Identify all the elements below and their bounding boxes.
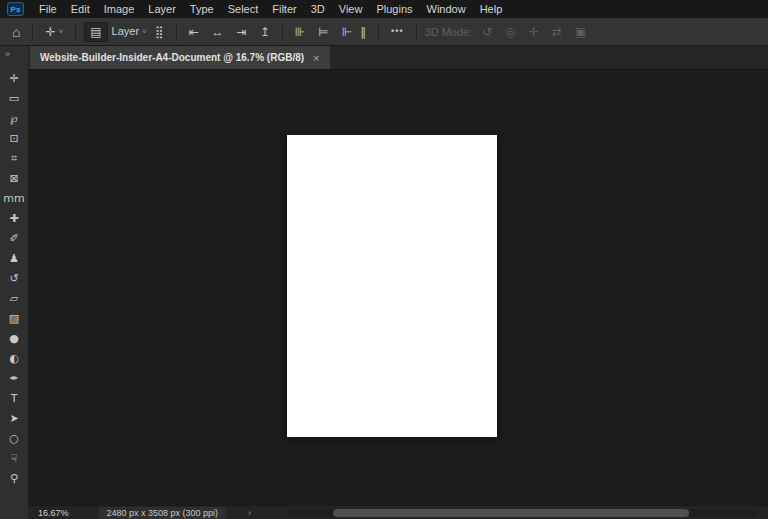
- home-button[interactable]: ⌂: [8, 23, 24, 41]
- lasso-tool[interactable]: ℘: [0, 108, 28, 128]
- home-icon: ⌂: [12, 25, 20, 39]
- tab-close-icon[interactable]: ×: [313, 52, 319, 64]
- marquee-tool[interactable]: ▭: [0, 88, 28, 108]
- scrollbar-thumb[interactable]: [333, 509, 689, 517]
- menu-item[interactable]: View: [332, 0, 370, 18]
- chevron-down-icon: ˅: [59, 28, 64, 36]
- tool-list: ✛ ▭ ℘ ⊡ ⌗ ⊠: [0, 68, 28, 488]
- tool-icon: ⚲: [10, 473, 18, 484]
- menu-item[interactable]: Edit: [64, 0, 97, 18]
- tool-icon: ✐: [9, 233, 18, 244]
- align-right-edges-button[interactable]: ⇥: [233, 24, 251, 40]
- blur-tool[interactable]: ●: [0, 328, 28, 348]
- distribute-spacing-icon: ∥: [360, 26, 366, 38]
- separator: [176, 23, 177, 41]
- ellipsis-icon: •••: [391, 27, 403, 36]
- align-left-edges-button[interactable]: ⇤: [185, 24, 203, 40]
- move-tool[interactable]: ✛: [0, 68, 28, 88]
- toolbar-collapse-button[interactable]: »: [0, 46, 28, 62]
- 3d-orbit-button[interactable]: ↺: [478, 24, 496, 40]
- align-horizontal-centers-button[interactable]: ↔: [208, 24, 228, 40]
- move-tool-preset-button[interactable]: ✛ ˅: [41, 24, 67, 40]
- 3d-slide-button[interactable]: ⇄: [548, 24, 566, 40]
- dodge-tool[interactable]: ◐: [0, 348, 28, 368]
- more-options-button[interactable]: •••: [387, 25, 407, 38]
- shape-tool[interactable]: ○: [0, 428, 28, 448]
- tool-icon: ⊠: [9, 173, 18, 184]
- align-top-edges-button[interactable]: ↥: [256, 24, 274, 40]
- status-bar: 16.67% 2480 px x 3508 px (300 ppi) ›: [28, 505, 768, 519]
- menu-item[interactable]: Select: [221, 0, 266, 18]
- separator: [75, 23, 76, 41]
- frame-tool[interactable]: ⊠: [0, 168, 28, 188]
- menu-item[interactable]: Image: [97, 0, 142, 18]
- transform-controls-toggle[interactable]: ⣿: [151, 24, 168, 40]
- transform-controls-icon: ⣿: [155, 26, 164, 38]
- chevron-down-icon: ˅: [142, 28, 147, 36]
- hand-tool[interactable]: ☟: [0, 448, 28, 468]
- distribute-icon: ⊨: [318, 26, 328, 38]
- canvas-area[interactable]: [28, 70, 768, 505]
- distribute-evenly-button[interactable]: ⊩: [338, 24, 356, 40]
- auto-select-value: Layer: [112, 26, 140, 37]
- gradient-tool[interactable]: ▨: [0, 308, 28, 328]
- crop-tool[interactable]: ⌗: [0, 148, 28, 168]
- document-tab[interactable]: Website-Builder-Insider-A4-Document @ 16…: [30, 46, 330, 69]
- menu-item[interactable]: Window: [420, 0, 473, 18]
- pen-tool[interactable]: ✒: [0, 368, 28, 388]
- document-tab-title: Website-Builder-Insider-A4-Document @ 16…: [40, 52, 304, 63]
- document-tab-bar: Website-Builder-Insider-A4-Document @ 16…: [28, 46, 768, 70]
- auto-select-toggle[interactable]: ▤: [84, 22, 107, 42]
- 3d-mode-icon: ⇄: [552, 26, 562, 38]
- 3d-pan-button[interactable]: ✛: [525, 24, 543, 40]
- document-info: 2480 px x 3508 px (300 ppi): [99, 507, 227, 519]
- menu-item[interactable]: Filter: [265, 0, 303, 18]
- tools-panel: » ✛ ▭ ℘ ⊡ ⌗: [0, 46, 28, 519]
- align-icon: ↔: [212, 26, 224, 38]
- photoshop-window: Ps File Edit Image Layer Type Select Fil…: [0, 0, 768, 519]
- menu-item[interactable]: File: [32, 0, 64, 18]
- document-canvas[interactable]: [287, 135, 497, 437]
- separator: [378, 23, 379, 41]
- healing-brush-tool[interactable]: ✚: [0, 208, 28, 228]
- horizontal-scrollbar[interactable]: [288, 509, 758, 517]
- menu-item[interactable]: Type: [183, 0, 221, 18]
- 3d-mode-icon: ✛: [529, 26, 539, 38]
- menu-item[interactable]: Plugins: [369, 0, 419, 18]
- menu-items: File Edit Image Layer Type Select Filter…: [32, 0, 509, 18]
- distribute-spacing-button[interactable]: ∥: [356, 24, 370, 40]
- layers-icon: ▤: [90, 26, 101, 38]
- 3d-camera-button[interactable]: ▣: [571, 24, 590, 40]
- distribute-vertical-button[interactable]: ⊪: [291, 24, 309, 40]
- distribute-horizontal-button[interactable]: ⊨: [314, 24, 332, 40]
- align-group: ⇤ ↔ ⇥ ↥: [185, 24, 274, 40]
- object-selection-tool[interactable]: ⊡: [0, 128, 28, 148]
- 3d-roll-button[interactable]: ◎: [501, 24, 519, 40]
- status-menu-chevron-icon[interactable]: ›: [248, 508, 251, 518]
- tool-icon: ↺: [9, 273, 18, 284]
- separator: [282, 23, 283, 41]
- path-selection-tool[interactable]: ➤: [0, 408, 28, 428]
- brush-tool[interactable]: ✐: [0, 228, 28, 248]
- menu-item[interactable]: Layer: [141, 0, 183, 18]
- align-icon: ⇥: [237, 26, 247, 38]
- auto-select-target-dropdown[interactable]: Layer ˅: [108, 24, 151, 39]
- menu-item[interactable]: Help: [473, 0, 510, 18]
- align-icon: ↥: [260, 26, 270, 38]
- zoom-tool[interactable]: ⚲: [0, 468, 28, 488]
- menu-item[interactable]: 3D: [304, 0, 332, 18]
- photoshop-logo-icon[interactable]: Ps: [7, 2, 24, 16]
- tool-icon: ◐: [9, 353, 19, 364]
- tool-icon: ✚: [9, 213, 18, 224]
- tool-icon: ●: [9, 333, 19, 344]
- history-brush-tool[interactable]: ↺: [0, 268, 28, 288]
- tool-icon: ▱: [10, 293, 18, 304]
- eyedropper-tool[interactable]: mm: [0, 188, 28, 208]
- tool-icon: ☟: [11, 453, 18, 464]
- options-bar: ⌂ ✛ ˅ ▤ Layer ˅ ⣿ ⇤ ↔: [0, 18, 768, 46]
- align-icon: ⇤: [189, 26, 199, 38]
- eraser-tool[interactable]: ▱: [0, 288, 28, 308]
- clone-stamp-tool[interactable]: ♟: [0, 248, 28, 268]
- type-tool[interactable]: T: [0, 388, 28, 408]
- zoom-level[interactable]: 16.67%: [38, 508, 69, 518]
